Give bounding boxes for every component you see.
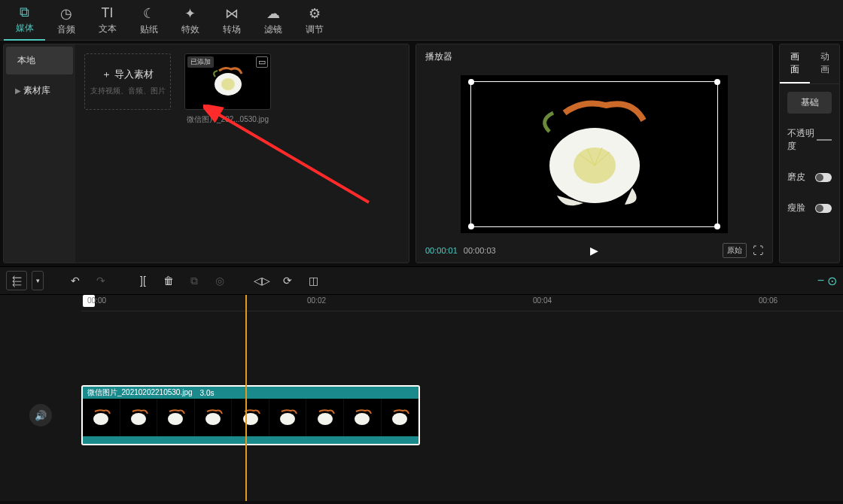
track-head: 🔊	[0, 404, 81, 427]
zoom-fit-icon[interactable]: ⊙	[827, 274, 837, 288]
time-total: 00:00:03	[464, 246, 496, 255]
timeline-area: 00:00 00:02 00:04 00:06 🔊 微信图片_202102022…	[0, 295, 843, 501]
text-icon: TI	[102, 5, 114, 21]
record-button[interactable]: ◎	[209, 271, 230, 290]
svg-point-1	[221, 78, 235, 90]
svg-point-9	[93, 413, 108, 425]
svg-point-11	[168, 413, 183, 425]
tab-sticker[interactable]: ☾ 贴纸	[128, 0, 169, 41]
image-type-icon: ▭	[256, 56, 268, 68]
fullscreen-icon[interactable]: ⛶	[753, 244, 763, 257]
mirror-button[interactable]: ◁▷	[251, 271, 272, 290]
pointer-dropdown[interactable]: ▾	[32, 271, 44, 290]
import-media-button[interactable]: ＋ 导入素材 支持视频、音频、图片	[84, 53, 171, 110]
media-panel: 本地 ▶素材库 ＋ 导入素材 支持视频、音频、图片 已添加 ▭	[3, 44, 409, 263]
svg-point-17	[392, 413, 407, 425]
media-sidebar: 本地 ▶素材库	[4, 44, 75, 263]
props-body: 基础 不透明度 磨皮 瘦脸	[780, 84, 839, 240]
player-controls: 00:00:01 00:00:03 ▶ 原始 ⛶	[416, 238, 772, 263]
clip-footer	[83, 436, 418, 444]
timeline-clip[interactable]: 微信图片_20210202210530.jpg 3.0s	[81, 385, 420, 445]
opacity-slider[interactable]	[817, 139, 832, 141]
sidebar-item-local[interactable]: 本地	[6, 47, 73, 74]
tab-filter[interactable]: ☁ 滤镜	[252, 0, 294, 41]
props-tab-picture[interactable]: 画面	[780, 44, 810, 83]
media-item[interactable]: 已添加 ▭ 微信图片_202...0530.jpg	[184, 53, 271, 254]
player-title: 播放器	[416, 44, 772, 69]
zoom-out-icon[interactable]: −	[817, 274, 824, 288]
svg-point-16	[355, 413, 370, 425]
player-panel: 播放器	[415, 44, 773, 263]
prop-face: 瘦脸	[787, 202, 832, 214]
tab-media-label: 媒体	[16, 22, 34, 35]
split-button[interactable]: ]​[	[132, 271, 154, 290]
track-mute-button[interactable]: 🔊	[29, 404, 52, 427]
play-button[interactable]: ▶	[590, 244, 598, 257]
handle-tr[interactable]	[714, 79, 720, 85]
chevron-right-icon: ▶	[15, 87, 21, 95]
track-row: 🔊 微信图片_20210202210530.jpg 3.0s	[0, 385, 843, 445]
props-tabs: 画面 动画	[780, 44, 839, 84]
media-thumb: 已添加 ▭	[184, 53, 271, 110]
effects-icon: ✦	[184, 5, 196, 22]
tab-audio[interactable]: ◷ 音频	[45, 0, 87, 41]
basic-tab-button[interactable]: 基础	[787, 92, 832, 114]
tab-adjust[interactable]: ⚙ 调节	[294, 0, 335, 41]
handle-tl[interactable]	[468, 79, 474, 85]
time-current: 00:00:01	[425, 246, 458, 255]
original-ratio-button[interactable]: 原始	[723, 243, 747, 258]
svg-point-10	[131, 413, 146, 425]
handle-bl[interactable]	[468, 223, 474, 229]
rotate-button[interactable]: ⟳	[277, 271, 298, 290]
transition-icon: ⋈	[225, 5, 239, 22]
import-hint: 支持视频、音频、图片	[90, 86, 166, 96]
props-tab-animation[interactable]: 动画	[810, 44, 840, 83]
sidebar-item-library[interactable]: ▶素材库	[4, 77, 75, 105]
clip-duration: 3.0s	[200, 389, 215, 397]
media-content: ＋ 导入素材 支持视频、音频、图片 已添加 ▭	[75, 44, 409, 263]
player-frame[interactable]	[461, 75, 728, 233]
sticker-icon: ☾	[143, 5, 155, 22]
tab-effects[interactable]: ✦ 特效	[169, 0, 211, 41]
properties-panel: 画面 动画 基础 不透明度 磨皮 瘦脸	[779, 44, 840, 263]
timeline-ruler[interactable]: 00:00 00:02 00:04 00:06	[81, 295, 843, 311]
media-filename: 微信图片_202...0530.jpg	[184, 114, 271, 125]
player-viewport	[416, 69, 772, 238]
svg-point-12	[205, 413, 221, 425]
undo-button[interactable]: ↶	[65, 271, 86, 290]
adjust-icon: ⚙	[309, 5, 321, 22]
tab-transition[interactable]: ⋈ 转场	[211, 0, 252, 41]
copy-button[interactable]: ⧉	[184, 271, 205, 290]
redo-button[interactable]: ↷	[90, 271, 111, 290]
face-toggle[interactable]	[815, 204, 832, 213]
tab-media[interactable]: ⧉ 媒体	[4, 0, 45, 41]
svg-point-15	[318, 413, 333, 425]
import-label: ＋ 导入素材	[102, 68, 154, 81]
delete-button[interactable]: 🗑	[158, 271, 179, 290]
prop-skin: 磨皮	[787, 171, 832, 184]
clip-body	[83, 399, 418, 436]
top-tabs: ⧉ 媒体 ◷ 音频 TI 文本 ☾ 贴纸 ✦ 特效 ⋈ 转场 ☁ 滤镜 ⚙ 调节	[0, 0, 843, 41]
tab-text[interactable]: TI 文本	[87, 0, 128, 41]
filter-icon: ☁	[266, 5, 280, 22]
handle-br[interactable]	[714, 223, 720, 229]
playhead[interactable]	[245, 295, 247, 501]
audio-icon: ◷	[60, 5, 72, 22]
timeline-zoom: − ⊙	[817, 274, 837, 288]
clip-header: 微信图片_20210202210530.jpg 3.0s	[83, 387, 418, 399]
timeline-toolbar: ⬱ ▾ ↶ ↷ ]​[ 🗑 ⧉ ◎ ◁▷ ⟳ ◫ − ⊙	[0, 266, 843, 295]
prop-opacity: 不透明度	[787, 127, 832, 153]
upper-area: 本地 ▶素材库 ＋ 导入素材 支持视频、音频、图片 已添加 ▭	[0, 41, 843, 266]
pointer-tool[interactable]: ⬱	[6, 271, 27, 290]
clip-filename: 微信图片_20210202210530.jpg	[87, 387, 193, 398]
media-icon: ⧉	[20, 5, 29, 20]
selection-box[interactable]	[470, 81, 718, 227]
crop-button[interactable]: ◫	[303, 271, 324, 290]
svg-point-14	[280, 413, 295, 425]
skin-toggle[interactable]	[815, 173, 832, 182]
